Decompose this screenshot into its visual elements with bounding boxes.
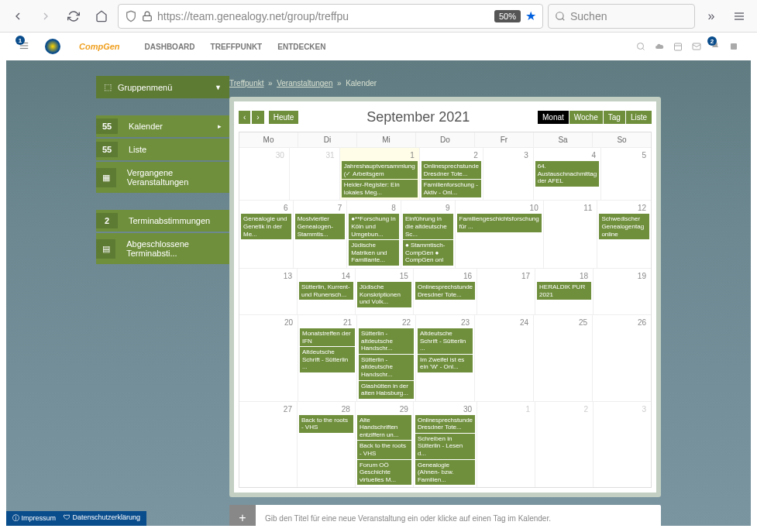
search-icon[interactable] <box>636 42 645 51</box>
address-bar[interactable]: https://team.genealogy.net/group/treffpu… <box>118 4 543 29</box>
calendar-event[interactable]: Sütterlin - altdeutsche Handschr... <box>359 328 414 354</box>
calendar-cell[interactable]: 13 <box>239 268 298 314</box>
nav-dashboard[interactable]: DASHBOARD <box>145 43 195 51</box>
calendar-cell[interactable]: 1 <box>477 401 535 488</box>
footer-impressum[interactable]: ⓘ Impressum <box>12 513 56 523</box>
sidebar-termin[interactable]: 2 Terminabstimmungen <box>96 210 229 232</box>
calendar-event[interactable]: Monatstreffen der IFN <box>300 328 355 346</box>
calendar-event[interactable]: Einführung in die altdeutsche Sc... <box>403 214 453 239</box>
calendar-event[interactable]: Altdeutsche Schrift - Sütterlin ... <box>418 328 473 354</box>
bookmark-star-icon[interactable]: ★ <box>525 9 536 23</box>
calendar-cell[interactable]: 26 <box>593 314 651 401</box>
group-menu-button[interactable]: ⬚ Gruppenmenü ▼ <box>96 76 229 98</box>
calendar-cell[interactable]: 24 <box>475 314 534 401</box>
calendar-event[interactable]: Glashütten in der alten Habsburg... <box>359 381 414 399</box>
calendar-event[interactable]: Im Zweifel ist es ein 'W' - Onl... <box>418 355 473 372</box>
calendar-cell[interactable]: 3 <box>594 401 651 488</box>
calendar-event[interactable]: HERALDIK PUR 2021 <box>537 282 591 300</box>
cloud-icon[interactable] <box>655 42 664 51</box>
calendar-event[interactable]: Alte Handschriften entziffern un... <box>357 415 411 441</box>
nav-treffpunkt[interactable]: TREFFPUNKT <box>211 43 263 51</box>
calendar-event[interactable]: Onlinesprechstunde Dresdner Tote... <box>422 161 481 179</box>
cal-prev-button[interactable]: ‹ <box>239 111 250 124</box>
view-liste[interactable]: Liste <box>626 111 652 124</box>
breadcrumb-link[interactable]: Veranstaltungen <box>277 79 332 88</box>
calendar-event[interactable]: Onlinesprechstunde Dresdner Tote... <box>415 415 475 433</box>
calendar-cell[interactable]: 3 <box>483 147 534 200</box>
cal-next-button[interactable]: › <box>252 111 263 124</box>
calendar-cell[interactable]: 25 <box>534 314 593 401</box>
calendar-event[interactable]: Forum OÖ Geschichte virtuelles M... <box>357 460 411 486</box>
calendar-event[interactable]: Back to the roots - VHS <box>299 415 353 433</box>
reload-button[interactable] <box>62 5 85 28</box>
calendar-event[interactable]: ●**Forschung in Köln und Umgebun... <box>349 214 399 239</box>
brand-text[interactable]: CompGen <box>79 42 120 51</box>
calendar-cell[interactable]: 23Altdeutsche Schrift - Sütterlin ...Im … <box>416 314 475 401</box>
calendar-cell[interactable]: 10Familiengeschichtsforschung für ... <box>456 200 544 268</box>
browser-search[interactable]: Suchen <box>548 4 695 29</box>
logo-icon[interactable] <box>45 39 60 54</box>
calendar-cell[interactable]: 15Jüdische Konskriptionen und Volk... <box>356 268 414 314</box>
calendar-cell[interactable]: 12Schwedischer Genealogentag online <box>597 200 651 268</box>
sidebar-abgeschlossen[interactable]: ▤ Abgeschlossene Terminabsti... <box>96 233 229 264</box>
view-monat[interactable]: Monat <box>538 111 569 124</box>
calendar-cell[interactable]: 20 <box>239 314 298 401</box>
calendar-cell[interactable]: 1Jahreshauptversammlung (✓ ArbeitsgemHei… <box>340 147 420 200</box>
calendar-cell[interactable]: 27 <box>239 401 298 488</box>
calendar-cell[interactable]: 30Onlinesprechstunde Dresdner Tote...Sch… <box>414 401 477 488</box>
calendar-event[interactable]: Genealogie (Ahnen- bzw. Familien... <box>415 460 475 486</box>
calendar-cell[interactable]: 29Alte Handschriften entziffern un...Bac… <box>356 401 414 488</box>
calendar-cell[interactable]: 28Back to the roots - VHS <box>298 401 356 488</box>
home-button[interactable] <box>90 5 113 28</box>
cal-today-button[interactable]: Heute <box>269 111 299 124</box>
calendar-cell[interactable]: 30 <box>239 147 290 200</box>
calendar-cell[interactable]: 11 <box>544 200 598 268</box>
calendar-event[interactable]: Familienforschung - Aktiv - Onl... <box>422 180 481 197</box>
nav-entdecken[interactable]: ENTDECKEN <box>277 43 325 51</box>
calendar-event[interactable]: Familiengeschichtsforschung für ... <box>457 214 542 232</box>
footer-datenschutz[interactable]: 🛡 Datenschutzerklärung <box>64 513 140 523</box>
calendar-cell[interactable]: 464. Austauschnachmittag der AFEL <box>534 147 601 200</box>
calendar-event[interactable]: Schwedischer Genealogentag online <box>599 214 649 239</box>
back-button[interactable] <box>6 5 29 28</box>
calendar-cell[interactable]: 16Onlinesprechstunde Dresdner Tote... <box>414 268 477 314</box>
calendar-event[interactable]: Mostviertler Genealogen-Stammtis... <box>295 214 346 239</box>
calendar-cell[interactable]: 21Monatstreffen der IFNAltdeutsche Schri… <box>298 314 357 401</box>
calendar-cell[interactable]: 17 <box>477 268 535 314</box>
calendar-cell[interactable]: 22Sütterlin - altdeutsche Handschr...Süt… <box>357 314 416 401</box>
calendar-event[interactable]: Altdeutsche Schrift - Sütterlin ... <box>300 347 355 372</box>
calendar-event[interactable]: ● Stammtisch-CompGen ● CompGen onl <box>403 240 453 266</box>
calendar-event[interactable]: Onlinesprechstunde Dresdner Tote... <box>415 282 475 300</box>
calendar-event[interactable]: Jahreshauptversammlung (✓ Arbeitsgem <box>342 161 418 179</box>
calendar-event[interactable]: Schreiben in Sütterlin - Lesen d... <box>415 434 475 459</box>
view-tag[interactable]: Tag <box>604 111 625 124</box>
calendar-cell[interactable]: 31 <box>290 147 340 200</box>
overflow-chevrons-icon[interactable]: » <box>700 5 723 28</box>
calendar-cell[interactable]: 9Einführung in die altdeutsche Sc...● St… <box>401 200 456 268</box>
calendar-cell[interactable]: 19 <box>594 268 651 314</box>
plus-icon[interactable]: + <box>229 505 256 526</box>
calendar-cell[interactable]: 2 <box>535 401 594 488</box>
menu-icon[interactable] <box>728 5 751 28</box>
calendar-event[interactable]: Heider-Register: Ein lokales Meg... <box>342 180 418 197</box>
breadcrumb-link[interactable]: Treffpunkt <box>229 79 263 88</box>
calendar-event[interactable]: Back to the roots - VHS <box>357 441 411 458</box>
calendar-cell[interactable]: 14Sütterlin, Kurrent- und Runensch... <box>298 268 356 314</box>
mail-icon[interactable] <box>692 42 701 51</box>
view-woche[interactable]: Woche <box>569 111 603 124</box>
add-event-bar[interactable]: + Gib den Titel für eine neue Veranstalt… <box>229 505 661 526</box>
calendar-event[interactable]: Sütterlin, Kurrent- und Runensch... <box>299 282 353 300</box>
calendar-event[interactable]: Sütterlin - altdeutsche Handschr... <box>359 355 414 380</box>
calendar-event[interactable]: Jüdische Konskriptionen und Volk... <box>357 282 411 307</box>
calendar-event[interactable]: Genealogie und Genetik in der Me... <box>241 214 291 239</box>
calendar-icon[interactable] <box>673 42 683 51</box>
forward-button[interactable] <box>34 5 57 28</box>
calendar-cell[interactable]: 7Mostviertler Genealogen-Stammtis... <box>294 200 348 268</box>
sidebar-vergangene[interactable]: ▦ Vergangene Veranstaltungen <box>96 162 229 193</box>
calendar-cell[interactable]: 5 <box>601 147 651 200</box>
calendar-cell[interactable]: 2Onlinesprechstunde Dresdner Tote...Fami… <box>420 147 483 200</box>
zoom-level[interactable]: 50% <box>494 10 521 22</box>
calendar-event[interactable]: Jüdische Matriken und Familiante... <box>349 240 399 266</box>
avatar-icon[interactable] <box>729 42 738 51</box>
calendar-cell[interactable]: 8●**Forschung in Köln und Umgebun...Jüdi… <box>347 200 401 268</box>
